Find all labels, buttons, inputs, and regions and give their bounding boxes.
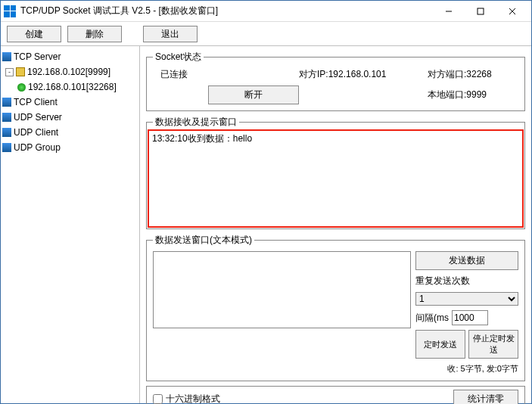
stop-timed-button[interactable]: 停止定时发送 [468, 330, 518, 359]
tree-label: 192.168.0.102[9999] [27, 65, 110, 79]
tree-node-udp-group[interactable]: UDP Group [2, 140, 138, 155]
interval-input[interactable] [452, 310, 488, 325]
connection-icon [17, 83, 26, 92]
tree-node-listen[interactable]: - 192.168.0.102[9999] [2, 64, 138, 79]
tree-label: TCP Server [14, 50, 61, 64]
tree-label: 192.168.0.101[32268] [28, 80, 117, 94]
interval-label: 间隔(ms [415, 312, 449, 325]
send-group: 数据发送窗口(文本模式) 发送数据 重复发送次数 1 间隔(ms [146, 234, 525, 381]
io-stats: 收: 5字节, 发:0字节 [415, 363, 518, 374]
receive-group: 数据接收及提示窗口 13:32:10收到数据：hello [146, 116, 525, 229]
server-icon [2, 143, 11, 152]
status-connected: 已连接 [153, 68, 208, 81]
tree-label: UDP Client [14, 126, 58, 139]
send-data-button[interactable]: 发送数据 [415, 251, 518, 270]
server-icon [2, 52, 11, 61]
tree-node-tcp-server[interactable]: TCP Server [2, 49, 138, 64]
collapse-icon[interactable]: - [5, 68, 14, 76]
send-textarea[interactable] [153, 251, 411, 328]
server-icon [2, 98, 11, 107]
close-icon [509, 8, 516, 15]
endpoint-icon [16, 67, 25, 76]
tree-node-tcp-client[interactable]: TCP Client [2, 95, 138, 110]
minimize-button[interactable] [433, 2, 465, 21]
socket-status-group: Socket状态 已连接 对方IP:192.168.0.101 对方端口:322… [146, 51, 525, 111]
maximize-button[interactable] [465, 2, 496, 21]
sidebar-tree[interactable]: TCP Server - 192.168.0.102[9999] 192.168… [1, 46, 140, 403]
footer-row: 十六进制格式 统计清零 [146, 386, 525, 404]
repeat-label: 重复发送次数 [415, 275, 518, 287]
receive-legend: 数据接收及提示窗口 [153, 116, 239, 129]
hex-checkbox-label[interactable]: 十六进制格式 [153, 393, 220, 404]
tree-node-udp-client[interactable]: UDP Client [2, 125, 138, 140]
disconnect-button[interactable]: 断开 [208, 85, 299, 104]
server-icon [2, 113, 11, 122]
local-port: 本地端口:9999 [428, 89, 518, 101]
titlebar: TCP/UDP Socket 调试工具 V2.5 - [数据收发窗口] [1, 1, 531, 22]
timed-send-button[interactable]: 定时发送 [415, 330, 465, 359]
tree-node-udp-server[interactable]: UDP Server [2, 110, 138, 125]
hex-label: 十六进制格式 [166, 393, 220, 404]
app-icon [4, 5, 16, 17]
exit-button[interactable]: 退出 [143, 26, 198, 42]
hex-checkbox[interactable] [153, 394, 163, 404]
recv-line: 13:32:10收到数据：hello [152, 133, 252, 144]
receive-textarea[interactable]: 13:32:10收到数据：hello [148, 129, 524, 228]
toolbar: 创建 删除 退出 [1, 22, 531, 46]
create-button[interactable]: 创建 [7, 26, 61, 42]
socket-status-legend: Socket状态 [153, 51, 204, 64]
svg-rect-1 [478, 8, 484, 14]
repeat-select[interactable]: 1 [415, 292, 518, 306]
tree-label: UDP Group [14, 141, 61, 154]
tree-label: UDP Server [14, 110, 62, 124]
maximize-icon [477, 8, 484, 15]
tree-node-connection[interactable]: 192.168.0.101[32268] [2, 79, 138, 95]
peer-port: 对方端口:32268 [428, 68, 518, 81]
window-title: TCP/UDP Socket 调试工具 V2.5 - [数据收发窗口] [20, 5, 433, 17]
clear-stats-button[interactable]: 统计清零 [453, 390, 518, 404]
peer-ip: 对方IP:192.168.0.101 [299, 68, 428, 81]
tree-label: TCP Client [14, 95, 58, 109]
close-button[interactable] [496, 2, 528, 21]
delete-button[interactable]: 删除 [67, 26, 122, 42]
send-legend: 数据发送窗口(文本模式) [153, 234, 254, 247]
minimize-icon [445, 8, 453, 15]
server-icon [2, 128, 11, 137]
